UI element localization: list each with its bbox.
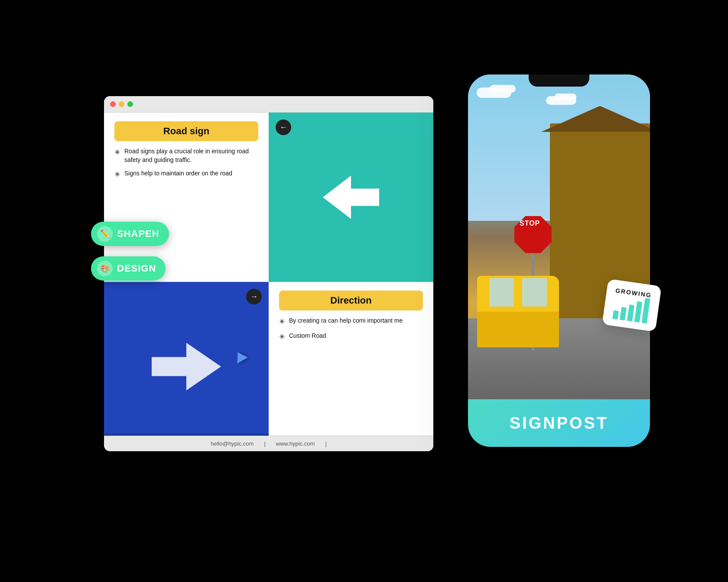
- taxi: [477, 276, 559, 347]
- direction-title: Direction: [279, 291, 423, 310]
- bar-3: [627, 304, 634, 321]
- taxi-window-2: [522, 278, 547, 307]
- right-arrow-icon: [152, 343, 221, 391]
- road-sign-item-1: ✳ Road signs play a crucial role in ensu…: [114, 147, 258, 164]
- phone-notch: [529, 74, 589, 87]
- road-sign-text-1: Road signs play a crucial role in ensuri…: [124, 147, 258, 164]
- back-button[interactable]: ←: [276, 120, 291, 135]
- badge-shapeh[interactable]: ✏️ SHAPEH: [91, 222, 169, 246]
- footer-website: www.hypic.com: [276, 440, 315, 447]
- browser-titlebar: [104, 96, 433, 113]
- scene: Road sign ✳ Road signs play a crucial ro…: [104, 74, 624, 508]
- card-direction: Direction ✳ By creating ra can help comi…: [269, 282, 433, 451]
- badge-design[interactable]: 🎨 DESIGN: [91, 256, 166, 281]
- taxi-window-1: [489, 278, 514, 307]
- browser-content: Road sign ✳ Road signs play a crucial ro…: [104, 113, 433, 451]
- bullet-star-3: ✳: [279, 317, 285, 327]
- bar-5: [642, 298, 650, 323]
- road-sign-title: Road sign: [114, 121, 258, 141]
- direction-text-1: By creating ra can help comi important m…: [289, 317, 403, 325]
- footer-sep-1: |: [264, 440, 265, 447]
- signpost-label: SIGNPOST: [510, 414, 608, 433]
- traffic-light-red[interactable]: [110, 101, 116, 107]
- traffic-light-green[interactable]: [127, 101, 133, 107]
- bullet-star-1: ✳: [114, 148, 120, 157]
- design-label: DESIGN: [117, 263, 156, 274]
- forward-button[interactable]: →: [246, 289, 262, 304]
- footer-email: hello@hypic.com: [211, 440, 254, 447]
- bar-1: [612, 310, 619, 319]
- phone-screen: STOP SIGNPOST: [468, 74, 650, 447]
- direction-item-1: ✳ By creating ra can help comi important…: [279, 317, 423, 327]
- road-sign-body: ✳ Road signs play a crucial role in ensu…: [114, 147, 258, 180]
- taxi-body: [477, 312, 559, 348]
- growing-label: GROWING: [615, 287, 652, 299]
- direction-text-2: Custom Road: [289, 332, 326, 340]
- bar-chart: [612, 297, 650, 324]
- shapeh-icon: ✏️: [97, 226, 113, 242]
- phone-frame: STOP SIGNPOST: [468, 74, 650, 447]
- design-icon: 🎨: [97, 261, 113, 276]
- bar-4: [634, 301, 643, 323]
- stop-text: STOP: [520, 220, 540, 227]
- browser-footer: hello@hypic.com | www.hypic.com |: [104, 436, 433, 451]
- road-sign-item-2: ✳ Signs help to maintain order on the ro…: [114, 169, 258, 179]
- card-teal-arrow: ←: [269, 113, 433, 282]
- bullet-star-2: ✳: [114, 170, 120, 179]
- left-arrow-icon: [323, 176, 379, 219]
- cloud-2: [490, 85, 516, 93]
- phone-photo: STOP: [468, 74, 650, 399]
- shapeh-label: SHAPEH: [117, 228, 159, 239]
- card-blue-arrow: → ▶: [104, 282, 269, 451]
- footer-sep-2: |: [325, 440, 326, 447]
- road-sign-text-2: Signs help to maintain order on the road: [124, 169, 232, 178]
- traffic-light-yellow[interactable]: [119, 101, 124, 107]
- phone-bottom: SIGNPOST: [468, 399, 650, 447]
- cloud-4: [555, 94, 576, 100]
- phone-wrapper: STOP SIGNPOST GROWING: [468, 74, 650, 447]
- bullet-star-4: ✳: [279, 332, 285, 342]
- direction-item-2: ✳ Custom Road: [279, 332, 423, 342]
- direction-body: ✳ By creating ra can help comi important…: [279, 317, 423, 342]
- bar-2: [620, 307, 627, 320]
- growing-badge: GROWING: [602, 279, 662, 332]
